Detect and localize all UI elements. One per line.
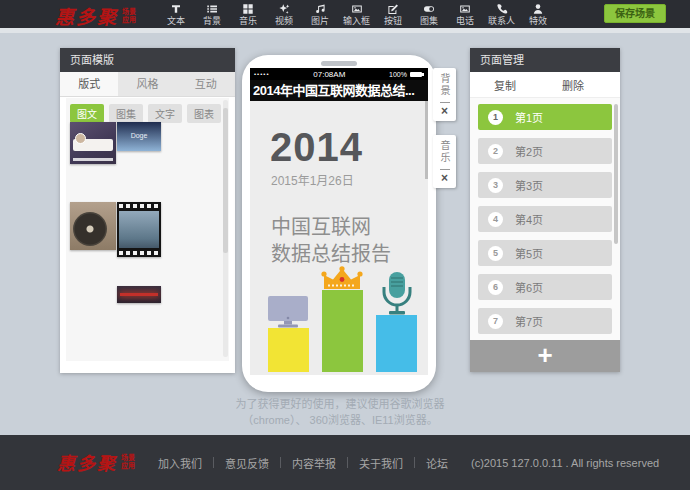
tool-background[interactable]: 背景	[199, 3, 225, 26]
tool-text[interactable]: 文本	[163, 3, 189, 26]
footer-copyright: (c)2015 127.0.0.11 . All rights reserved	[471, 457, 659, 469]
add-page-button[interactable]: +	[470, 340, 620, 372]
subtab-gallery[interactable]: 图集	[109, 104, 143, 123]
footer-link-about-us[interactable]: 关于我们	[348, 455, 414, 471]
film-perforations-decor	[119, 251, 159, 255]
tab-style[interactable]: 风格	[118, 72, 176, 96]
footer-sub-line1: 场景	[121, 454, 135, 461]
battery-icon	[410, 72, 422, 77]
brand-text: 惠多聚	[55, 2, 118, 29]
page-item-7[interactable]: 7 第7页	[478, 308, 612, 334]
footer-link-forum[interactable]: 论坛	[415, 455, 459, 471]
tool-label: 文本	[167, 16, 185, 26]
page-item-label: 第6页	[515, 279, 543, 295]
podium-bar-microphone	[376, 315, 417, 372]
tab-layout[interactable]: 版式	[60, 72, 118, 96]
template-tabs: 版式 风格 互动	[60, 72, 235, 97]
page-item-5[interactable]: 5 第5页	[478, 240, 612, 266]
tool-input-box[interactable]: 输入框	[343, 3, 370, 26]
thumbnail-avatar-decor	[75, 133, 86, 144]
battery-percent: 100%	[389, 71, 407, 78]
copy-page-button[interactable]: 复制	[494, 77, 516, 93]
template-thumbnail-profile-card[interactable]	[70, 122, 116, 164]
phone-status-bar: ••••• 07:08AM 100%	[250, 68, 428, 80]
page-list-scrollbar[interactable]	[614, 104, 618, 244]
footer-link-report[interactable]: 内容举报	[281, 455, 347, 471]
template-thumbnail-vinyl-record[interactable]	[70, 202, 116, 250]
subtab-chart[interactable]: 图表	[187, 104, 221, 123]
toolbar-items: 文本 背景 音乐 视频 图片 输入框	[163, 0, 551, 28]
tab-interaction[interactable]: 互动	[177, 72, 235, 96]
hint-line1: 为了获得更好的使用，建议使用谷歌浏览器	[236, 398, 445, 410]
tool-picture[interactable]: 图片	[307, 3, 333, 26]
footer: 惠多聚 场景 应用 加入我们 意见反馈 内容举报 关于我们 论坛 (c)2015…	[0, 435, 690, 490]
close-icon[interactable]: ×	[433, 172, 456, 185]
footer-logo: 惠多聚 场景 应用	[57, 449, 135, 475]
page-number-badge: 6	[488, 280, 503, 295]
layer-tab-label: 音乐	[437, 140, 452, 164]
film-perforations-decor	[119, 204, 159, 208]
tool-label: 联系人	[488, 16, 515, 26]
template-thumbnail-filmstrip[interactable]	[117, 202, 161, 257]
page-number-badge: 7	[488, 314, 503, 329]
footer-link-feedback[interactable]: 意见反馈	[214, 455, 280, 471]
phone-screen-canvas[interactable]: ••••• 07:08AM 100% 2014年中国互联网数据总结... 201…	[250, 68, 428, 375]
template-list: 图文 图集 文字 图表 Doge	[66, 98, 229, 361]
page-templates-panel: 页面模版 版式 风格 互动 图文 图集 文字 图表 Doge	[60, 48, 235, 373]
subtab-imagetext[interactable]: 图文	[70, 104, 104, 123]
tool-music[interactable]: 音乐	[235, 3, 261, 26]
tool-button[interactable]: 按钮	[380, 3, 406, 26]
brand-sub-line2: 应用	[122, 16, 136, 23]
computer-monitor-icon	[265, 296, 311, 328]
date-text-element[interactable]: 2015年1月26日	[271, 171, 428, 188]
page-title-element[interactable]: 2014年中国互联网数据总结...	[250, 80, 428, 101]
person-icon	[532, 3, 544, 15]
status-battery: 100%	[389, 71, 424, 78]
status-time: 07:08AM	[313, 70, 345, 79]
footer-brand-subtext: 场景 应用	[121, 454, 135, 470]
tool-video[interactable]: 视频	[271, 3, 297, 26]
footer-link-join-us[interactable]: 加入我们	[147, 455, 213, 471]
grid-icon	[242, 3, 254, 15]
tool-effects[interactable]: 特效	[525, 3, 551, 26]
page-item-1[interactable]: 1 第1页	[478, 104, 612, 130]
page-item-2[interactable]: 2 第2页	[478, 138, 612, 164]
page-item-label: 第2页	[515, 143, 543, 159]
page-number-badge: 1	[488, 110, 503, 125]
page-management-panel: 页面管理 复制 删除 1 第1页 2 第2页 3 第3页 4 第4页 5	[470, 48, 620, 372]
close-icon[interactable]: ×	[433, 105, 456, 118]
signal-dots-icon: •••••	[254, 68, 270, 80]
delete-page-button[interactable]: 删除	[562, 77, 584, 93]
tool-gallery[interactable]: 图集	[416, 3, 442, 26]
hint-line2: （chrome）、 360浏览器、IE11浏览器。	[242, 414, 437, 426]
podium-illustration[interactable]	[250, 237, 428, 372]
template-thumbnail-doge-sky[interactable]: Doge	[117, 122, 161, 151]
page-item-4[interactable]: 4 第4页	[478, 206, 612, 232]
save-scene-button[interactable]: 保存场景	[604, 4, 666, 23]
page-item-3[interactable]: 3 第3页	[478, 172, 612, 198]
template-list-scrollbar[interactable]	[223, 100, 228, 357]
page-number-badge: 5	[488, 246, 503, 261]
year-text-element[interactable]: 2014	[270, 125, 428, 170]
podium-bar-computer	[268, 328, 309, 372]
scrollbar-thumb[interactable]	[223, 108, 228, 253]
page-item-label: 第4页	[515, 211, 543, 227]
heading-line1: 中国互联网	[271, 216, 371, 238]
screen-scrollbar[interactable]	[425, 101, 428, 179]
page-item-6[interactable]: 6 第6页	[478, 274, 612, 300]
tool-label: 输入框	[343, 16, 370, 26]
tool-phone[interactable]: 电话	[452, 3, 478, 26]
tool-label: 背景	[203, 16, 221, 26]
background-layer-tab[interactable]: 背景 ×	[433, 68, 456, 121]
image-icon	[459, 3, 471, 15]
tool-contacts[interactable]: 联系人	[488, 3, 515, 26]
tool-label: 电话	[456, 16, 474, 26]
footer-sub-line2: 应用	[121, 462, 135, 469]
music-layer-tab[interactable]: 音乐 ×	[433, 135, 456, 188]
top-toolbar: 惠多聚 场景 应用 文本 背景 音乐 视频	[0, 0, 690, 28]
phone-preview: ••••• 07:08AM 100% 2014年中国互联网数据总结... 201…	[242, 55, 436, 392]
template-thumbnail-red-glow[interactable]	[117, 286, 161, 303]
subtab-text[interactable]: 文字	[148, 104, 182, 123]
app-logo[interactable]: 惠多聚 场景 应用	[55, 2, 136, 29]
sparkle-icon	[278, 3, 290, 15]
